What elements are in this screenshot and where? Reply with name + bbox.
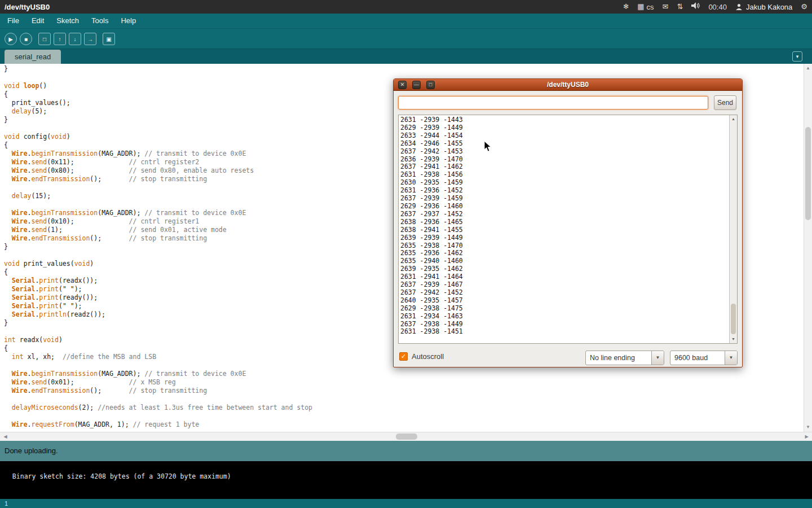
minimize-window-button[interactable]: — — [412, 81, 421, 89]
scroll-down-icon[interactable]: ▼ — [730, 336, 737, 343]
autoscroll-checkbox[interactable]: ✓ — [399, 352, 408, 361]
editor-horizontal-scrollbar[interactable]: ◀ ▶ — [0, 432, 812, 441]
serial-line: 2637 -2938 -1449 — [400, 321, 728, 329]
system-bar: /dev/ttyUSB0 ❄ ▦ cs ✉ ⇅ 00:40 Jakub Kako… — [0, 0, 812, 14]
line-number-indicator: 1 — [5, 500, 8, 507]
console-text: Binary sketch size: 4208 bytes (of a 307… — [12, 472, 231, 480]
code-line — [4, 395, 804, 404]
serial-line: 2631 -2938 -1456 — [400, 171, 728, 179]
serial-line: 2637 -2941 -1462 — [400, 163, 728, 171]
serial-line: 2636 -2939 -1470 — [400, 156, 728, 164]
serial-monitor-window: /dev/ttyUSB0 ✕—□ Send 2631 -2939 -144326… — [393, 78, 743, 367]
serial-output-area[interactable]: 2631 -2939 -14432629 -2939 -14492633 -29… — [398, 115, 738, 344]
serial-line: 2637 -2937 -1452 — [400, 211, 728, 218]
network-icon[interactable]: ⇅ — [677, 0, 683, 14]
serial-line: 2629 -2936 -1460 — [400, 203, 728, 211]
chevron-down-icon: ▼ — [651, 351, 664, 365]
scroll-down-icon[interactable]: ▼ — [804, 423, 812, 431]
user-icon — [735, 3, 743, 11]
code-line: Wire.beginTransmission(MAG_ADDR); // tra… — [4, 370, 804, 378]
line-ending-select[interactable]: No line ending ▼ — [585, 351, 664, 365]
serial-line: 2629 -2939 -1449 — [400, 124, 728, 132]
serial-line: 2631 -2934 -1463 — [400, 313, 728, 321]
maximize-window-button[interactable]: □ — [426, 81, 435, 89]
serial-line: 2638 -2936 -1465 — [400, 218, 728, 226]
editor-vertical-scrollbar[interactable]: ▲ ▼ — [804, 64, 812, 432]
serial-send-input[interactable] — [398, 96, 708, 110]
close-window-button[interactable]: ✕ — [398, 81, 407, 89]
autoscroll-label: Autoscroll — [412, 352, 444, 361]
system-tray: ❄ ▦ cs ✉ ⇅ 00:40 Jakub Kakona ⚙ — [623, 0, 807, 14]
serial-line: 2637 -2942 -1453 — [400, 148, 728, 156]
editor-vscroll-thumb[interactable] — [805, 127, 811, 220]
serial-line: 2631 -2941 -1464 — [400, 273, 728, 281]
save-sketch-button[interactable]: ↓ — [69, 33, 81, 45]
serial-line: 2635 -2938 -1470 — [400, 242, 728, 250]
line-ending-value: No line ending — [586, 351, 651, 365]
serial-line: 2635 -2940 -1460 — [400, 257, 728, 265]
serial-line: 2635 -2936 -1462 — [400, 249, 728, 257]
keyboard-icon: ▦ — [637, 0, 644, 14]
menu-help[interactable]: Help — [114, 14, 142, 28]
serial-monitor-titlebar[interactable]: /dev/ttyUSB0 ✕—□ — [394, 79, 742, 91]
serial-monitor-button[interactable]: ▣ — [103, 33, 115, 45]
serial-line: 2639 -2935 -1462 — [400, 265, 728, 273]
serial-line: 2637 -2939 -1467 — [400, 281, 728, 289]
serial-line: 2631 -2939 -1443 — [400, 116, 728, 124]
menu-file[interactable]: File — [1, 14, 25, 28]
verify-button[interactable]: ▶ — [5, 33, 17, 45]
keyboard-layout-indicator[interactable]: ▦ cs — [637, 0, 654, 14]
volume-icon[interactable] — [691, 0, 700, 14]
stop-button[interactable]: ■ — [20, 33, 32, 45]
editor-hscroll-thumb[interactable] — [396, 433, 417, 440]
status-message: Done uploading. — [5, 446, 58, 455]
serial-output-scrollbar[interactable]: ▲ ▼ — [729, 115, 737, 343]
user-menu[interactable]: Jakub Kakona — [735, 3, 792, 11]
scroll-left-icon[interactable]: ◀ — [1, 432, 10, 441]
serial-monitor-title: /dev/ttyUSB0 — [394, 79, 742, 91]
console-output: Binary sketch size: 4208 bytes (of a 307… — [0, 461, 812, 499]
session-indicator-icon[interactable]: ❄ — [623, 0, 629, 14]
serial-line: 2631 -2936 -1452 — [400, 187, 728, 195]
tab-serial-read[interactable]: serial_read — [5, 50, 61, 64]
toolbar: ▶■□↑↓→▣ — [0, 28, 812, 49]
mail-icon[interactable]: ✉ — [663, 0, 669, 14]
chevron-down-icon: ▼ — [725, 351, 737, 365]
serial-line: 2637 -2939 -1459 — [400, 195, 728, 203]
menu-edit[interactable]: Edit — [25, 14, 50, 28]
serial-line: 2634 -2946 -1455 — [400, 140, 728, 148]
serial-line: 2629 -2938 -1475 — [400, 305, 728, 313]
menu-sketch[interactable]: Sketch — [50, 14, 85, 28]
gear-icon[interactable]: ⚙ — [801, 0, 807, 14]
code-line: Wire.send(0x01); // x MSB reg — [4, 378, 804, 387]
menu-tools[interactable]: Tools — [85, 14, 114, 28]
clock[interactable]: 00:40 — [708, 3, 727, 11]
scroll-right-icon[interactable]: ▶ — [802, 432, 811, 441]
footer-bar: 1 — [0, 499, 812, 508]
serial-line: 2638 -2941 -1455 — [400, 226, 728, 234]
serial-scroll-thumb[interactable] — [731, 304, 736, 334]
serial-line: 2637 -2942 -1452 — [400, 289, 728, 297]
new-sketch-button[interactable]: □ — [38, 33, 51, 45]
baud-rate-value: 9600 baud — [670, 351, 725, 365]
mouse-cursor — [484, 141, 492, 152]
tab-menu-button[interactable]: ▾ — [792, 51, 802, 62]
code-line: delayMicroseconds(2); //needs at least 1… — [4, 404, 804, 412]
open-sketch-button[interactable]: ↑ — [54, 33, 66, 45]
code-line: Wire.requestFrom(MAG_ADDR, 1); // reques… — [4, 421, 804, 429]
send-button[interactable]: Send — [714, 95, 736, 110]
menu-bar: FileEditSketchToolsHelp — [0, 14, 812, 28]
tab-bar: serial_read ▾ — [0, 49, 812, 64]
status-bar: Done uploading. — [0, 441, 812, 461]
scroll-up-icon[interactable]: ▲ — [804, 64, 812, 72]
code-line: Wire.endTransmission(); // stop transmit… — [4, 387, 804, 395]
serial-line: 2640 -2935 -1457 — [400, 297, 728, 305]
serial-line: 2631 -2938 -1451 — [400, 328, 728, 336]
serial-line: 2633 -2944 -1454 — [400, 132, 728, 140]
serial-line: 2639 -2939 -1449 — [400, 234, 728, 242]
baud-rate-select[interactable]: 9600 baud ▼ — [670, 351, 738, 365]
code-line — [4, 412, 804, 421]
upload-button[interactable]: → — [84, 33, 96, 45]
window-title: /dev/ttyUSB0 — [5, 3, 50, 11]
scroll-up-icon[interactable]: ▲ — [730, 116, 737, 122]
